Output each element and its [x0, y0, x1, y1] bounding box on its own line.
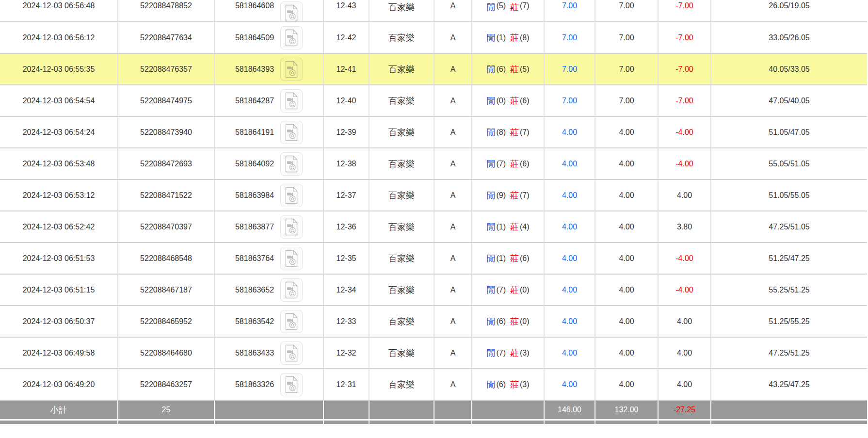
table-row[interactable]: 2024-12-03 06:51:53 522088468548 5818637…: [0, 243, 867, 275]
table-row[interactable]: 2024-12-03 06:56:48 522088478852 5818646…: [0, 0, 867, 22]
table-row[interactable]: 2024-12-03 06:55:35 522088476357 5818643…: [0, 54, 867, 85]
round-cell: 12-41: [324, 54, 370, 84]
banker-result-points: (5): [519, 65, 530, 74]
subtotal-empty-cell: [711, 401, 867, 419]
game-name-cell: 百家樂: [370, 180, 434, 211]
banker-result-label: 莊: [510, 32, 519, 44]
video-replay-button[interactable]: [280, 247, 303, 270]
win-loss-cell: -4.00: [659, 117, 711, 147]
valid-amount-cell: 7.00: [595, 22, 659, 53]
round-cell: 12-43: [324, 0, 370, 21]
table-row[interactable]: 2024-12-03 06:49:58 522088464680 5818634…: [0, 338, 867, 369]
result-cell: 閒(6) 莊(0): [472, 306, 545, 337]
bet-amount-link[interactable]: 4.00: [562, 254, 577, 263]
game-name-cell: 百家樂: [370, 243, 434, 274]
player-result-points: (5): [496, 1, 506, 10]
game-id-cell: 581863877: [215, 211, 324, 242]
result-cell: 閒(6) 莊(5): [472, 54, 545, 84]
table-row[interactable]: 2024-12-03 06:50:37 522088465952 5818635…: [0, 306, 867, 338]
result-cell: 閒(0) 莊(6): [472, 85, 545, 116]
table-row[interactable]: 2024-12-03 06:54:24 522088473940 5818641…: [0, 117, 867, 148]
banker-result-points: (6): [519, 160, 530, 168]
time-cell: 2024-12-03 06:52:42: [0, 211, 118, 242]
video-replay-button[interactable]: [280, 121, 303, 144]
table-row[interactable]: 2024-12-03 06:51:15 522088467187 5818636…: [0, 275, 867, 306]
game-id: 581864092: [235, 160, 274, 168]
bet-history-table: 2024-12-03 06:56:48 522088478852 5818646…: [0, 0, 867, 424]
game-id-cell: 581864509: [215, 22, 324, 53]
player-result-label: 閒: [486, 379, 496, 390]
valid-amount-cell: 7.00: [595, 85, 659, 116]
subtotal-valid-amount: 132.00: [595, 401, 659, 419]
player-result-points: (1): [496, 223, 506, 231]
bet-id-cell: 522088471522: [118, 180, 215, 211]
bet-amount-cell: 7.00: [545, 22, 595, 53]
bet-amount-link[interactable]: 4.00: [562, 380, 577, 389]
bet-amount-link[interactable]: 4.00: [562, 349, 577, 357]
bet-amount-link[interactable]: 7.00: [562, 97, 577, 105]
player-result-points: (1): [496, 33, 506, 42]
result-cell: 閒(7) 莊(0): [472, 275, 545, 305]
video-replay-button[interactable]: [280, 26, 303, 49]
video-replay-button[interactable]: [280, 310, 303, 333]
table-row[interactable]: 2024-12-03 06:54:54 522088474975 5818642…: [0, 85, 867, 117]
player-result-label: 閒: [486, 284, 496, 296]
subtotal-bet-amount: 146.00: [545, 401, 595, 419]
video-replay-button[interactable]: [280, 373, 303, 396]
video-replay-button[interactable]: [280, 184, 303, 207]
player-result-label: 閒: [486, 127, 496, 138]
subtotal-empty-cell: [324, 401, 370, 419]
table-code-cell: A: [434, 369, 472, 400]
bet-amount-link[interactable]: 4.00: [562, 223, 577, 231]
bet-amount-cell: 4.00: [545, 117, 595, 147]
banker-result-label: 莊: [510, 379, 519, 390]
video-replay-button[interactable]: [280, 278, 303, 302]
player-result-points: (8): [496, 128, 506, 137]
table-code-cell: A: [434, 243, 472, 274]
bet-amount-link[interactable]: 4.00: [562, 191, 577, 200]
time-cell: 2024-12-03 06:54:54: [0, 85, 118, 116]
balance-cell: 47.25/51.05: [711, 211, 867, 242]
valid-amount-cell: 4.00: [595, 243, 659, 274]
time-cell: 2024-12-03 06:53:48: [0, 148, 118, 179]
game-name-cell: 百家樂: [370, 338, 434, 368]
banker-result-points: (0): [519, 286, 530, 294]
bet-amount-cell: 4.00: [545, 369, 595, 400]
bet-amount-link[interactable]: 4.00: [562, 160, 577, 168]
game-id: 581863877: [235, 223, 274, 231]
video-replay-button[interactable]: [280, 152, 303, 176]
win-loss-cell: 4.00: [659, 306, 711, 337]
video-replay-button[interactable]: [280, 215, 303, 239]
table-code-cell: A: [434, 54, 472, 84]
bet-amount-link[interactable]: 4.00: [562, 128, 577, 137]
table-code-cell: A: [434, 211, 472, 242]
game-id-cell: 581863764: [215, 243, 324, 274]
table-row[interactable]: 2024-12-03 06:56:12 522088477634 5818645…: [0, 22, 867, 54]
video-replay-button[interactable]: [280, 58, 303, 81]
round-cell: 12-42: [324, 22, 370, 53]
game-id: 581863652: [235, 286, 274, 294]
bet-amount-link[interactable]: 4.00: [562, 286, 577, 294]
player-result-points: (6): [496, 317, 506, 326]
table-row[interactable]: 2024-12-03 06:52:42 522088470397 5818638…: [0, 211, 867, 243]
banker-result-points: (6): [519, 254, 530, 263]
table-row[interactable]: 2024-12-03 06:49:20 522088463257 5818633…: [0, 369, 867, 401]
bet-amount-link[interactable]: 7.00: [562, 1, 577, 10]
video-replay-button[interactable]: [280, 1, 303, 21]
banker-result-label: 莊: [510, 221, 519, 233]
table-code-cell: A: [434, 85, 472, 116]
table-code-cell: A: [434, 338, 472, 368]
table-row[interactable]: 2024-12-03 06:53:48 522088472693 5818640…: [0, 148, 867, 180]
bet-amount-link[interactable]: 4.00: [562, 317, 577, 326]
video-replay-button[interactable]: [280, 341, 303, 365]
player-result-points: (6): [496, 65, 506, 74]
subtotal-empty-cell: [215, 401, 324, 419]
bet-id-cell: 522088468548: [118, 243, 215, 274]
valid-amount-cell: 7.00: [595, 54, 659, 84]
video-replay-button[interactable]: [280, 89, 303, 113]
bet-amount-link[interactable]: 7.00: [562, 65, 577, 74]
game-id-cell: 581863542: [215, 306, 324, 337]
bet-amount-link[interactable]: 7.00: [562, 33, 577, 42]
table-row[interactable]: 2024-12-03 06:53:12 522088471522 5818639…: [0, 180, 867, 211]
table-code-cell: A: [434, 148, 472, 179]
